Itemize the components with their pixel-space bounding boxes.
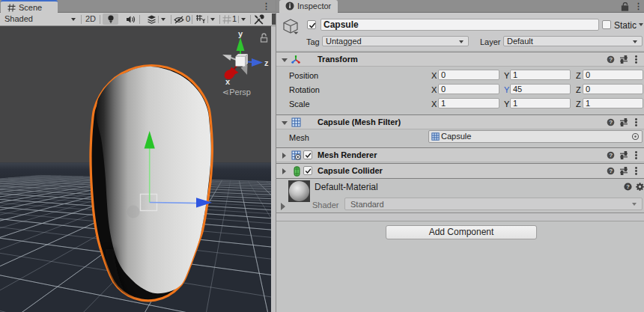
svg-text:y: y xyxy=(238,29,243,38)
svg-text:z: z xyxy=(264,58,269,67)
svg-text:?: ? xyxy=(609,56,613,63)
svg-text:?: ? xyxy=(609,168,613,174)
svg-text:?: ? xyxy=(626,183,630,190)
svg-text:?: ? xyxy=(609,152,613,159)
svg-text:x: x xyxy=(225,77,231,86)
svg-text:⋖Persp: ⋖Persp xyxy=(222,88,251,97)
svg-text:?: ? xyxy=(609,119,613,126)
